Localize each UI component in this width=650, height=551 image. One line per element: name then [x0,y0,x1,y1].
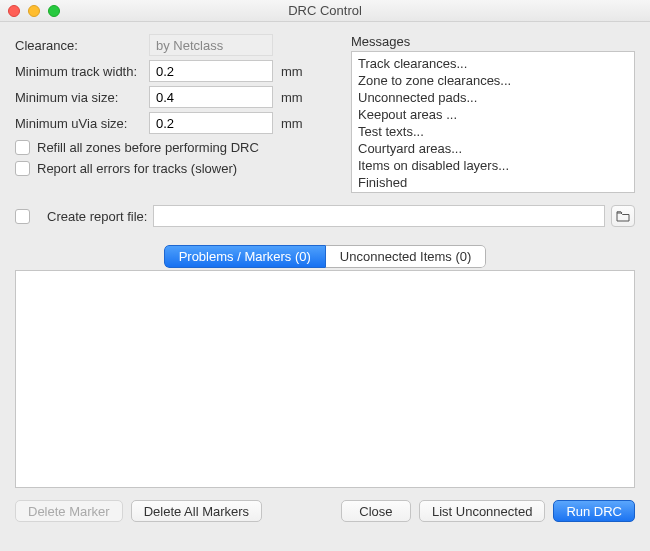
message-item: Zone to zone clearances... [358,72,628,89]
folder-icon [616,210,630,222]
message-item: Test texts... [358,123,628,140]
message-item: Finished [358,174,628,191]
refill-zones-label: Refill all zones before performing DRC [37,140,259,155]
message-item: Items on disabled layers... [358,157,628,174]
tab-unconnected[interactable]: Unconnected Items (0) [326,245,487,268]
titlebar: DRC Control [0,0,650,22]
delete-all-markers-button[interactable]: Delete All Markers [131,500,262,522]
messages-label: Messages [351,34,635,49]
clearance-input [149,34,273,56]
delete-marker-button[interactable]: Delete Marker [15,500,123,522]
tab-problems[interactable]: Problems / Markers (0) [164,245,326,268]
report-all-checkbox[interactable] [15,161,30,176]
create-report-checkbox[interactable] [15,209,30,224]
run-drc-button[interactable]: Run DRC [553,500,635,522]
message-item: Courtyard areas... [358,140,628,157]
min-track-label: Minimum track width: [15,64,149,79]
message-item: Track clearances... [358,55,628,72]
message-item: Keepout areas ... [358,106,628,123]
create-report-label: Create report file: [47,209,147,224]
report-all-label: Report all errors for tracks (slower) [37,161,237,176]
refill-zones-checkbox[interactable] [15,140,30,155]
clearance-label: Clearance: [15,38,149,53]
min-uvia-label: Minimum uVia size: [15,116,149,131]
results-list[interactable] [15,270,635,488]
window-title: DRC Control [0,3,650,18]
message-item: Unconnected pads... [358,89,628,106]
min-via-label: Minimum via size: [15,90,149,105]
report-path-input[interactable] [153,205,605,227]
list-unconnected-button[interactable]: List Unconnected [419,500,545,522]
min-via-input[interactable] [149,86,273,108]
browse-button[interactable] [611,205,635,227]
unit-label: mm [281,64,303,79]
messages-box: Track clearances... Zone to zone clearan… [351,51,635,193]
unit-label: mm [281,116,303,131]
unit-label: mm [281,90,303,105]
min-uvia-input[interactable] [149,112,273,134]
tabs: Problems / Markers (0) Unconnected Items… [164,245,487,268]
min-track-input[interactable] [149,60,273,82]
close-button[interactable]: Close [341,500,411,522]
